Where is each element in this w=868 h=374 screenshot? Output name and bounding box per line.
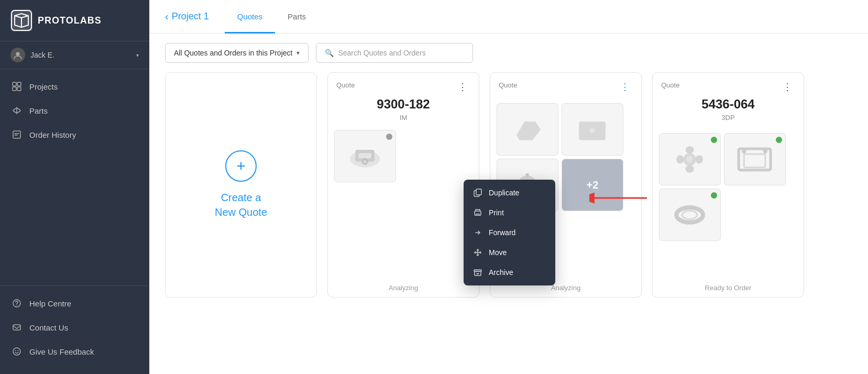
order-history-icon [12,129,22,140]
context-archive[interactable]: Archive [464,262,555,282]
search-box[interactable]: 🔍 Search Quotes and Orders [316,43,473,63]
main-nav: Projects Parts Order History [0,69,149,285]
duplicate-label: Duplicate [489,189,519,197]
card-type: IM [328,114,479,127]
card-status: Ready to Order [653,279,804,297]
sidebar-item-order-history[interactable]: Order History [0,123,149,147]
svg-point-12 [15,350,16,351]
ring-part-image [668,197,711,233]
search-placeholder: Search Quotes and Orders [338,49,425,57]
card-images [328,127,479,279]
logo-area: PROTOLABS [0,0,149,41]
card-label: Quote [336,81,355,89]
svg-point-39 [763,149,767,153]
filter-label: All Quotes and Orders in this Project [174,49,292,57]
sidebar-item-give-feedback[interactable]: Give Us Feedback [0,339,149,364]
svg-rect-5 [13,87,16,91]
search-icon: 🔍 [325,49,334,57]
svg-point-13 [18,350,19,351]
user-name: Jack E. [30,51,131,59]
page-header: ‹ Project 1 Quotes Parts [149,0,868,34]
parts-label: Parts [29,106,48,115]
create-quote-card[interactable]: + Create a New Quote [165,72,317,298]
part-thumbnail [334,130,396,182]
svg-point-2 [16,52,20,56]
flower-part-image [668,141,711,178]
svg-rect-3 [13,82,16,86]
svg-point-32 [686,165,694,172]
svg-rect-26 [526,173,529,177]
svg-point-38 [742,149,746,153]
logo-text: PROTOLABS [38,15,102,26]
card-menu-button[interactable]: ⋮ [617,81,633,93]
svg-rect-4 [17,82,21,86]
svg-rect-47 [475,271,481,276]
move-icon [473,248,482,257]
card-number: 9300-182 [328,97,479,114]
svg-rect-6 [17,87,21,91]
tab-quotes[interactable]: Quotes [225,1,275,34]
sidebar-item-projects[interactable]: Projects [0,74,149,98]
context-move[interactable]: Move [464,243,555,262]
svg-point-33 [677,155,684,163]
svg-point-40 [677,207,704,222]
order-history-label: Order History [29,130,76,139]
card-header: Quote ⋮ [490,73,641,97]
card-label: Quote [499,81,517,89]
part-image [344,138,386,174]
quote-card-9300-182: Quote ⋮ 9300-182 IM Analyz [327,72,479,298]
forward-label: Forward [489,228,515,237]
svg-point-11 [13,348,20,355]
status-dot-green [711,192,717,199]
card-images [653,127,804,279]
part-thumbnail [497,103,558,156]
svg-point-34 [696,155,703,163]
part-thumbnail [724,133,786,185]
cards-area: + Create a New Quote Quote ⋮ 9300-182 IM [149,72,868,374]
status-dot-green [776,137,782,143]
part-thumbnail [659,133,721,185]
help-centre-label: Help Centre [29,299,71,308]
sidebar-item-help-centre[interactable]: Help Centre [0,291,149,315]
sidebar-item-contact-us[interactable]: Contact Us [0,315,149,339]
svg-point-19 [523,125,532,134]
context-print[interactable]: Print [464,203,555,223]
toolbar: All Quotes and Orders in this Project ▾ … [149,34,868,72]
forward-icon [473,228,482,237]
context-duplicate[interactable]: Duplicate [464,183,555,203]
user-menu[interactable]: Jack E. ▾ [0,41,149,69]
red-arrow-indicator [589,188,652,211]
card-number: 5436-064 [653,97,804,114]
part-image-1 [506,112,548,148]
part-thumbnail-bottom [659,189,721,241]
sidebar-item-parts[interactable]: Parts [0,98,149,123]
duplicate-icon [473,188,482,197]
svg-point-41 [683,211,697,219]
tab-parts[interactable]: Parts [275,1,318,34]
status-dot-green [711,137,717,143]
context-forward[interactable]: Forward [464,223,555,243]
contact-icon [12,322,22,333]
filter-dropdown[interactable]: All Quotes and Orders in this Project ▾ [165,43,309,63]
context-menu: Duplicate Print Forward [464,180,555,285]
filter-chevron-icon: ▾ [296,49,300,57]
svg-rect-16 [359,153,371,158]
bracket-part-image [733,141,776,178]
help-icon [12,298,22,309]
card-menu-button[interactable]: ⋮ [455,81,470,93]
part-image-2 [571,112,613,148]
svg-rect-7 [13,131,20,138]
user-avatar-icon [10,48,25,62]
svg-rect-43 [476,189,481,195]
feedback-icon [12,346,22,357]
archive-icon [473,268,482,277]
card-menu-button[interactable]: ⋮ [779,81,795,93]
card-header: Quote ⋮ [653,73,804,97]
svg-point-31 [686,146,694,153]
back-button[interactable]: ‹ Project 1 [165,10,209,23]
archive-label: Archive [489,268,513,277]
projects-icon [12,81,22,92]
status-dot [386,134,392,140]
project-title: Project 1 [172,11,209,22]
create-label: Create a New Quote [215,190,267,219]
